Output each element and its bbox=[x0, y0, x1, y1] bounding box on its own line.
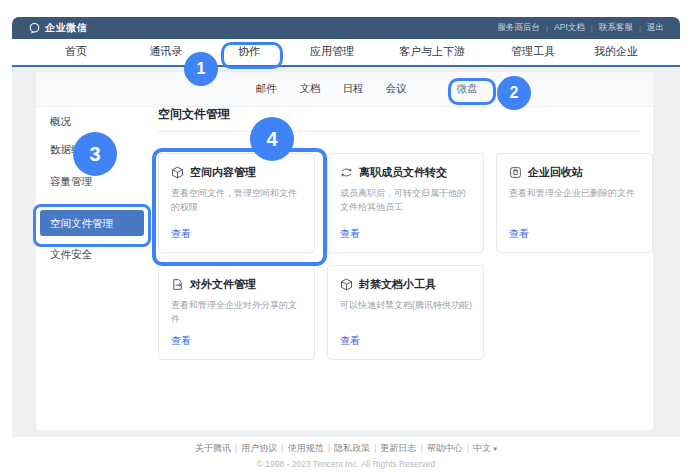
card-0[interactable]: 空间内容管理查看空间文件，管理空间和文件的权限查看 bbox=[158, 153, 315, 253]
main-panel: 邮件文档日程会议微盘 概况数据统计容量管理空间文件管理文件安全 空间文件管理 空… bbox=[36, 72, 653, 430]
separator: | bbox=[328, 443, 330, 453]
card-3[interactable]: 对外文件管理查看和管理全企业对外分享的文件查看 bbox=[158, 265, 315, 360]
sidebar-item-3[interactable]: 空间文件管理 bbox=[40, 210, 144, 236]
subtab-4[interactable]: 微盘 bbox=[457, 72, 478, 105]
topbar: 企业微信 服务商后台|API文档|联系客服|退出 bbox=[12, 17, 680, 39]
separator: | bbox=[235, 443, 237, 453]
footer-link-2[interactable]: 使用规范 bbox=[288, 443, 324, 453]
separator: | bbox=[420, 443, 422, 453]
card-description: 查看空间文件，管理空间和文件的权限 bbox=[171, 187, 304, 214]
transfer-icon bbox=[340, 166, 353, 179]
card-head: 企业回收站 bbox=[509, 165, 583, 180]
card-title: 封禁文档小工具 bbox=[359, 277, 436, 292]
main-nav: 首页通讯录协作应用管理客户与上下游管理工具我的企业 bbox=[12, 39, 680, 67]
separator: | bbox=[591, 24, 593, 33]
card-view-link[interactable]: 查看 bbox=[171, 334, 191, 348]
card-view-link[interactable]: 查看 bbox=[171, 227, 191, 241]
separator: | bbox=[281, 443, 283, 453]
footer-link-0[interactable]: 关于腾讯 bbox=[195, 443, 231, 453]
card-4[interactable]: 封禁文档小工具可以快速封禁文档(腾讯特供功能)查看 bbox=[327, 265, 484, 360]
card-view-link[interactable]: 查看 bbox=[509, 227, 529, 241]
separator: | bbox=[374, 443, 376, 453]
chevron-down-icon: ▾ bbox=[494, 445, 498, 452]
footer-link-3[interactable]: 隐私政策 bbox=[334, 443, 370, 453]
card-1[interactable]: 离职成员文件转交成员离职后，可转交归属于他的文件给其他员工查看 bbox=[327, 153, 484, 253]
nav-item-2[interactable]: 协作 bbox=[238, 39, 260, 64]
nav-item-0[interactable]: 首页 bbox=[65, 39, 87, 64]
wecom-admin-page: 企业微信 服务商后台|API文档|联系客服|退出 首页通讯录协作应用管理客户与上… bbox=[0, 0, 692, 474]
card-view-link[interactable]: 查看 bbox=[340, 227, 360, 241]
cube-icon bbox=[171, 166, 184, 179]
nav-item-5[interactable]: 管理工具 bbox=[511, 39, 555, 64]
footer-link-5[interactable]: 帮助中心 bbox=[427, 443, 463, 453]
card-description: 成员离职后，可转交归属于他的文件给其他员工 bbox=[340, 187, 473, 214]
nav-item-1[interactable]: 通讯录 bbox=[150, 39, 183, 64]
card-view-link[interactable]: 查看 bbox=[340, 334, 360, 348]
nav-item-4[interactable]: 客户与上下游 bbox=[399, 39, 465, 64]
title-divider bbox=[158, 131, 640, 132]
sidebar-item-0[interactable]: 概况 bbox=[50, 113, 71, 129]
card-description: 查看和管理全企业已删除的文件 bbox=[509, 187, 642, 201]
brand[interactable]: 企业微信 bbox=[28, 21, 87, 35]
topbar-link-0[interactable]: 服务商后台 bbox=[498, 22, 541, 34]
separator: | bbox=[546, 24, 548, 33]
footer: 关于腾讯|用户协议|使用规范|隐私政策|更新日志|帮助中心|中文 ▾ © 199… bbox=[12, 442, 680, 469]
topbar-link-1[interactable]: API文档 bbox=[554, 22, 585, 34]
recycle-bin-icon bbox=[509, 166, 522, 179]
card-description: 查看和管理全企业对外分享的文件 bbox=[171, 299, 304, 326]
subtab-2[interactable]: 日程 bbox=[343, 72, 364, 105]
wecom-logo-icon bbox=[28, 22, 41, 35]
footer-link-4[interactable]: 更新日志 bbox=[380, 443, 416, 453]
language-selector[interactable]: 中文 bbox=[473, 443, 494, 453]
topbar-link-3[interactable]: 退出 bbox=[647, 22, 664, 34]
card-head: 离职成员文件转交 bbox=[340, 165, 447, 180]
footer-links: 关于腾讯|用户协议|使用规范|隐私政策|更新日志|帮助中心|中文 ▾ bbox=[12, 442, 680, 455]
ban-doc-icon bbox=[340, 278, 353, 291]
sidebar-item-2[interactable]: 容量管理 bbox=[50, 173, 92, 189]
subtabs-bar: 邮件文档日程会议微盘 bbox=[36, 72, 653, 107]
card-head: 对外文件管理 bbox=[171, 277, 256, 292]
file-export-icon bbox=[171, 278, 184, 291]
page-title: 空间文件管理 bbox=[158, 106, 230, 123]
card-title: 企业回收站 bbox=[528, 165, 583, 180]
card-title: 离职成员文件转交 bbox=[359, 165, 447, 180]
card-title: 对外文件管理 bbox=[190, 277, 256, 292]
separator: | bbox=[467, 443, 469, 453]
card-description: 可以快速封禁文档(腾讯特供功能) bbox=[340, 299, 473, 313]
topbar-link-2[interactable]: 联系客服 bbox=[599, 22, 633, 34]
subtab-0[interactable]: 邮件 bbox=[256, 72, 277, 105]
subtab-3[interactable]: 会议 bbox=[386, 72, 407, 105]
subtab-1[interactable]: 文档 bbox=[300, 72, 321, 105]
card-head: 封禁文档小工具 bbox=[340, 277, 436, 292]
sidebar-item-4[interactable]: 文件安全 bbox=[50, 246, 92, 262]
copyright: © 1998 - 2023 Tencent Inc. All Rights Re… bbox=[12, 459, 680, 469]
card-title: 空间内容管理 bbox=[190, 165, 256, 180]
footer-link-1[interactable]: 用户协议 bbox=[241, 443, 277, 453]
nav-item-3[interactable]: 应用管理 bbox=[310, 39, 354, 64]
nav-item-6[interactable]: 我的企业 bbox=[594, 39, 638, 64]
separator: | bbox=[639, 24, 641, 33]
sidebar-item-1[interactable]: 数据统计 bbox=[50, 141, 92, 157]
card-head: 空间内容管理 bbox=[171, 165, 256, 180]
topbar-links: 服务商后台|API文档|联系客服|退出 bbox=[498, 22, 664, 34]
card-2[interactable]: 企业回收站查看和管理全企业已删除的文件查看 bbox=[496, 153, 653, 253]
brand-label: 企业微信 bbox=[45, 21, 87, 35]
